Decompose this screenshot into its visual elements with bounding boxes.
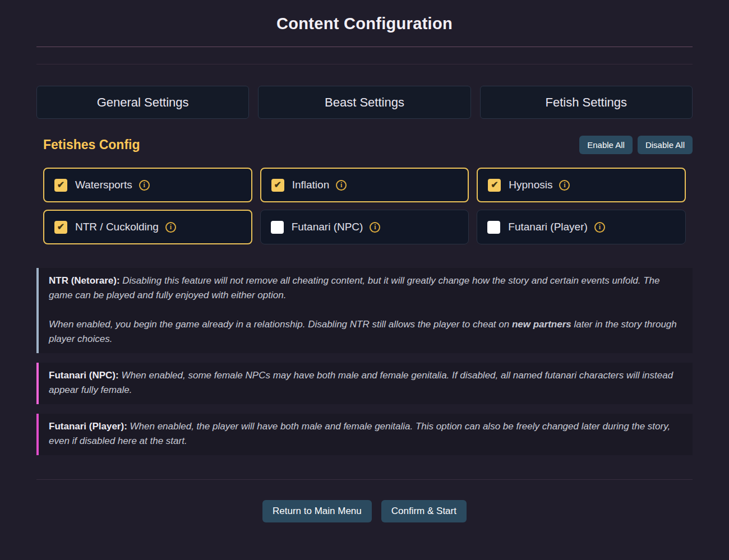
checkmark-icon: ✔ [57,223,64,232]
checkmark-icon: ✔ [274,181,281,189]
checkmark-icon: ✔ [57,181,64,189]
info-text: When enabled, the player will have both … [49,421,670,446]
fetish-label: Inflation [292,179,330,191]
fetish-card-watersports[interactable]: ✔ Watersports i [43,168,252,202]
section-title: Fetishes Config [36,137,140,152]
info-icon[interactable]: i [139,180,150,191]
info-icon[interactable]: i [336,180,347,191]
tab-beast-settings[interactable]: Beast Settings [258,86,470,119]
info-paragraph: Futanari (Player): When enabled, the pla… [49,419,682,448]
enable-all-button[interactable]: Enable All [579,136,633,154]
divider [36,47,693,47]
fetish-label: NTR / Cuckolding [75,221,159,233]
info-block-futanari-player: Futanari (Player): When enabled, the pla… [36,414,693,455]
fetish-label: Futanari (Player) [508,221,588,233]
fetish-card-hypnosis[interactable]: ✔ Hypnosis i [477,168,686,202]
info-paragraph: When enabled, you begin the game already… [49,317,682,346]
info-block-futanari-npc: Futanari (NPC): When enabled, some femal… [36,363,693,404]
fetishes-section-header: Fetishes Config Enable All Disable All [36,136,693,154]
return-to-main-menu-button[interactable]: Return to Main Menu [262,500,372,522]
info-text: Disabling this feature will not remove a… [49,275,659,300]
info-lead: Futanari (NPC): [49,370,119,381]
checkbox[interactable]: ✔ [487,221,500,234]
fetish-grid: ✔ Watersports i ✔ Inflation i ✔ Hypnosis… [43,168,686,244]
fetish-card-futanari-player[interactable]: ✔ Futanari (Player) i [477,210,686,244]
fetish-label: Watersports [75,179,132,191]
fetish-card-futanari-npc[interactable]: ✔ Futanari (NPC) i [260,210,469,244]
settings-tabs: General Settings Beast Settings Fetish S… [36,86,693,119]
info-block-ntr: NTR (Netorare): Disabling this feature w… [36,268,693,353]
content-configuration-page: Content Configuration General Settings B… [0,0,729,522]
page-title: Content Configuration [36,0,693,33]
footer-actions: Return to Main Menu Confirm & Start [36,500,693,522]
info-icon[interactable]: i [370,222,380,233]
checkbox[interactable]: ✔ [54,221,67,234]
tab-fetish-settings[interactable]: Fetish Settings [480,86,693,119]
checkbox[interactable]: ✔ [54,179,67,192]
fetish-label: Hypnosis [509,179,552,191]
tab-general-settings[interactable]: General Settings [36,86,249,119]
info-icon[interactable]: i [165,222,176,233]
checkbox[interactable]: ✔ [488,179,501,192]
info-lead: Futanari (Player): [49,421,127,432]
info-text: When enabled, you begin the game already… [49,319,677,344]
info-icon[interactable]: i [559,180,570,191]
fetish-card-inflation[interactable]: ✔ Inflation i [260,168,469,202]
confirm-start-button[interactable]: Confirm & Start [381,500,467,522]
info-icon[interactable]: i [594,222,605,233]
info-paragraph: NTR (Netorare): Disabling this feature w… [49,274,682,303]
divider [36,64,693,64]
checkbox[interactable]: ✔ [271,179,284,192]
fetish-card-ntr-cuckolding[interactable]: ✔ NTR / Cuckolding i [43,210,252,244]
info-paragraph: Futanari (NPC): When enabled, some femal… [49,368,682,397]
fetish-label: Futanari (NPC) [292,221,363,233]
checkbox[interactable]: ✔ [271,221,284,234]
divider [36,479,693,480]
bulk-actions: Enable All Disable All [579,136,693,154]
checkmark-icon: ✔ [491,181,498,189]
info-text: When enabled, some female NPCs may have … [49,370,673,395]
info-lead: NTR (Netorare): [49,275,120,286]
disable-all-button[interactable]: Disable All [638,136,693,154]
